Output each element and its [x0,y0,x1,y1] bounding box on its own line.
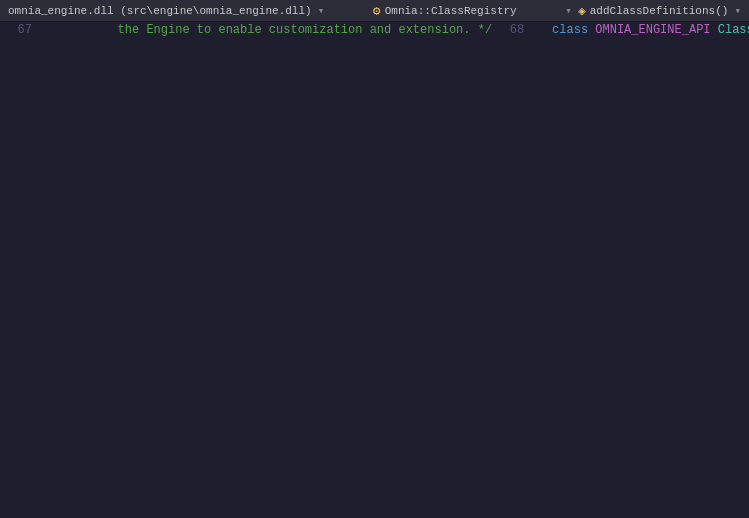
code-token: OMNIA_ENGINE_API [595,23,717,37]
class-label: Omnia::ClassRegistry [385,5,517,17]
title-bar-class[interactable]: ⚙ Omnia::ClassRegistry [330,3,559,19]
title-bar-file[interactable]: omnia_engine.dll (src\engine\omnia_engin… [8,5,312,17]
code-token: and [370,23,392,37]
title-sep-2: ▾ [565,4,572,17]
code-token: ClassRegistry [718,23,749,37]
code-content: class OMNIA_ENGINE_API ClassRegistry [548,22,749,39]
code-area: 67 the Engine to enable customization an… [0,22,749,518]
title-bar-method[interactable]: ◈ addClassDefinitions() [578,3,728,19]
file-label: omnia_engine.dll (src\engine\omnia_engin… [8,5,312,17]
title-sep-3: ▾ [734,4,741,17]
code-token: extension. */ [391,23,492,37]
class-icon: ⚙ [373,3,381,19]
code-content: the Engine to enable customization and e… [56,22,492,39]
fold-indicator [42,22,56,39]
method-label: addClassDefinitions() [590,5,729,17]
code-token: class [552,23,595,37]
code-line: 67 the Engine to enable customization an… [0,22,492,39]
code-token: the Engine to enable customization [60,23,370,37]
title-sep-1: ▾ [318,4,325,17]
code-line: 68 class OMNIA_ENGINE_API ClassRegistry [492,22,749,39]
fold-indicator [534,22,548,39]
line-number: 68 [492,22,534,39]
title-bar: omnia_engine.dll (src\engine\omnia_engin… [0,0,749,22]
line-number: 67 [0,22,42,39]
method-icon: ◈ [578,3,586,19]
